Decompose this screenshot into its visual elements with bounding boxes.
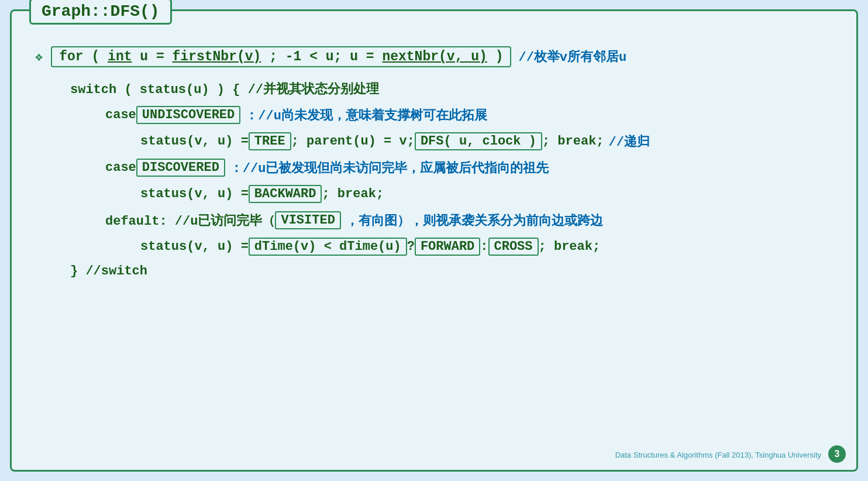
- visited-keyword: VISITED: [275, 211, 340, 229]
- forward-code1: status(v, u) =: [140, 239, 249, 254]
- for-var: u =: [140, 49, 172, 64]
- page-number: 3: [828, 445, 846, 463]
- slide-title: Graph::DFS(): [42, 2, 160, 20]
- tree-code1: status(v, u) =: [140, 134, 249, 149]
- forward-code2: ?: [407, 239, 415, 254]
- slide-container: Graph::DFS() ❖ for ( int u = firstNbr(v)…: [10, 9, 858, 472]
- default-line: default: //u已访问完毕（ VISITED ，有向图），则视承袭关系分…: [105, 211, 833, 229]
- bullet-icon: ❖: [35, 49, 43, 65]
- for-statement-box: for ( int u = firstNbr(v) ; -1 < u; u = …: [51, 46, 511, 67]
- case1-line: case UNDISCOVERED ：//u尚未发现，意味着支撑树可在此拓展: [105, 106, 833, 124]
- case2-line: case DISCOVERED ：//u已被发现但尚未访问完毕，应属被后代指向的…: [105, 159, 833, 177]
- cross-keyword: CROSS: [488, 238, 539, 256]
- dfs-call-keyword: DFS( u, clock ): [415, 132, 542, 150]
- case1-prefix: case: [105, 108, 136, 122]
- forward-code3: :: [480, 239, 488, 254]
- close-switch-line: } //switch: [70, 264, 833, 279]
- forward-code4: ; break;: [539, 239, 601, 254]
- backward-keyword: BACKWARD: [249, 185, 322, 203]
- backward-code2: ; break;: [322, 187, 384, 201]
- undiscovered-keyword: UNDISCOVERED: [136, 106, 240, 124]
- tree-comment: //递归: [609, 133, 650, 150]
- nextnbr-call: nextNbr(v, u): [382, 49, 487, 64]
- switch-line: switch ( status(u) ) { //并视其状态分别处理: [70, 80, 833, 98]
- tree-line: status(v, u) = TREE ; parent(u) = v; DFS…: [140, 132, 833, 150]
- tree-keyword: TREE: [249, 132, 291, 150]
- switch-code: switch ( status(u) ) { //并视其状态分别处理: [70, 80, 379, 98]
- int-keyword: int: [108, 49, 132, 64]
- firstnbr-call: firstNbr(v): [173, 49, 261, 64]
- case2-prefix: case: [105, 160, 136, 175]
- watermark-text: Data Structures & Algorithms (Fall 2013)…: [615, 451, 821, 459]
- content-area: ❖ for ( int u = firstNbr(v) ; -1 < u; u …: [35, 46, 833, 279]
- for-close: ): [495, 49, 504, 64]
- for-condition: ; -1 < u; u =: [269, 49, 382, 64]
- tree-code2: ; parent(u) = v;: [291, 134, 415, 149]
- backward-code1: status(v, u) =: [140, 187, 249, 201]
- case1-comment: ：//u尚未发现，意味着支撑树可在此拓展: [245, 106, 487, 124]
- backward-line: status(v, u) = BACKWARD ; break;: [140, 185, 833, 203]
- discovered-keyword: DISCOVERED: [136, 159, 225, 177]
- tree-code3: ; break;: [542, 134, 604, 149]
- default-prefix: default: //u已访问完毕（: [105, 212, 275, 229]
- case2-comment: ：//u已被发现但尚未访问完毕，应属被后代指向的祖先: [230, 159, 549, 177]
- forward-keyword: FORWARD: [415, 238, 480, 256]
- for-keyword: for (: [59, 49, 108, 64]
- default-suffix: ，有向图），则视承袭关系分为前向边或跨边: [346, 212, 603, 229]
- for-comment: //枚举v所有邻居u: [518, 48, 626, 66]
- close-switch-code: } //switch: [70, 264, 147, 279]
- dtime-condition: dTime(v) < dTime(u): [249, 238, 407, 256]
- title-box: Graph::DFS(): [29, 0, 172, 25]
- for-line: ❖ for ( int u = firstNbr(v) ; -1 < u; u …: [35, 46, 833, 67]
- forward-cross-line: status(v, u) = dTime(v) < dTime(u) ? FOR…: [140, 238, 833, 256]
